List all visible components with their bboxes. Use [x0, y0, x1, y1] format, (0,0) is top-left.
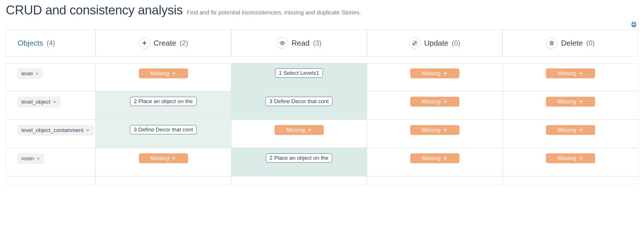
missing-button-label: Missing — [557, 70, 576, 77]
crud-cell-delete: Missing — [503, 120, 638, 148]
plus-icon — [443, 99, 448, 104]
missing-button-label: Missing — [557, 127, 576, 133]
object-chip[interactable]: level_object — [18, 97, 60, 107]
svg-rect-6 — [413, 41, 417, 45]
plus-icon — [579, 71, 583, 76]
missing-button[interactable]: Missing — [410, 68, 459, 78]
object-cell: room — [6, 148, 95, 176]
plus-icon — [172, 156, 176, 161]
page-subtitle: Find and fix potential inconsistencies, … — [187, 9, 361, 16]
crud-cell-update: Missing — [367, 91, 503, 120]
missing-button-label: Missing — [422, 70, 440, 77]
plus-icon — [579, 99, 583, 104]
crud-cell-update: Missing — [367, 120, 503, 148]
column-header-label: Read — [292, 39, 310, 48]
crud-cell-update: Missing — [367, 148, 503, 176]
missing-button[interactable]: Missing — [410, 97, 459, 107]
column-header-delete[interactable]: Delete (0) — [503, 29, 638, 57]
crud-cell-update: Missing — [367, 63, 503, 91]
crud-cell-create: Missing — [95, 63, 231, 91]
column-header-objects[interactable]: Objects (4) — [6, 29, 95, 57]
missing-button-label: Missing — [150, 155, 169, 161]
object-cell: level — [6, 63, 95, 91]
crud-cell-read: Missing — [231, 120, 367, 148]
crud-cell-read: 1 Select Levels1 — [231, 63, 367, 91]
column-header-label: Objects — [18, 39, 43, 48]
crud-cell-delete: Missing — [503, 91, 638, 120]
missing-button[interactable]: Missing — [410, 153, 459, 163]
missing-button[interactable]: Missing — [546, 153, 595, 163]
crud-cell-delete: Missing — [503, 63, 638, 91]
column-header-label: Update — [424, 39, 448, 48]
page-header: CRUD and consistency analysis Find and f… — [6, 0, 638, 21]
missing-button-label: Missing — [422, 127, 440, 133]
story-pill[interactable]: 3 Define Decor that cont — [266, 97, 332, 106]
missing-button-label: Missing — [557, 155, 576, 161]
missing-button-label: Missing — [422, 155, 440, 161]
column-header-count: (4) — [47, 39, 55, 47]
object-chip[interactable]: level_object_containment — [18, 125, 93, 135]
plus-icon — [307, 128, 312, 132]
column-header-count: (3) — [313, 39, 321, 47]
crud-cell-read: 2 Place an object on the — [231, 148, 367, 176]
object-chip[interactable]: room — [18, 153, 44, 164]
page-title: CRUD and consistency analysis — [6, 3, 183, 17]
column-header-update[interactable]: Update (0) — [367, 29, 503, 57]
crud-cell-delete: Missing — [503, 148, 638, 176]
plus-icon — [443, 156, 448, 161]
missing-button-label: Missing — [557, 98, 576, 105]
crud-cell-create: 3 Define Decor that cont — [95, 120, 231, 148]
missing-button[interactable]: Missing — [546, 68, 595, 78]
object-chip-label: level_object — [21, 99, 50, 105]
plus-icon — [172, 71, 176, 76]
plus-icon — [443, 71, 448, 76]
object-cell: level_object_containment — [6, 120, 95, 148]
story-pill[interactable]: 2 Place an object on the — [130, 97, 197, 106]
object-chip-label: room — [21, 155, 34, 162]
story-pill[interactable]: 3 Define Decor that cont — [130, 125, 197, 134]
plus-icon — [443, 128, 448, 132]
plus-icon — [579, 128, 583, 132]
object-chip[interactable]: level — [18, 68, 43, 79]
missing-button-label: Missing — [150, 70, 169, 77]
chevron-down-icon — [35, 72, 39, 76]
crud-grid: Objects (4) Create (2) Read (3) Update (… — [6, 29, 638, 184]
chevron-down-icon — [53, 100, 57, 104]
svg-point-5 — [281, 42, 283, 44]
object-chip-label: level_object_containment — [21, 127, 83, 133]
column-header-count: (0) — [452, 39, 460, 47]
chevron-down-icon — [36, 157, 40, 161]
plus-icon — [579, 156, 583, 161]
column-header-create[interactable]: Create (2) — [95, 29, 231, 57]
print-icon — [631, 21, 637, 28]
print-button[interactable] — [631, 21, 637, 28]
crud-cell-read: 3 Define Decor that cont — [231, 91, 367, 120]
trash-icon — [546, 37, 557, 49]
crud-cell-create: Missing — [95, 148, 231, 176]
edit-icon — [409, 37, 421, 49]
missing-button[interactable]: Missing — [546, 97, 595, 107]
column-header-read[interactable]: Read (3) — [231, 29, 367, 57]
plus-icon — [139, 37, 150, 49]
object-chip-label: level — [21, 70, 33, 77]
crud-cell-create: 2 Place an object on the — [95, 91, 231, 120]
missing-button-label: Missing — [422, 98, 440, 105]
story-pill[interactable]: 1 Select Levels1 — [275, 68, 323, 78]
missing-button-label: Missing — [286, 127, 305, 133]
column-header-count: (2) — [180, 39, 188, 47]
missing-button[interactable]: Missing — [139, 153, 188, 163]
missing-button[interactable]: Missing — [139, 68, 188, 78]
eye-icon — [277, 37, 288, 49]
column-header-count: (0) — [586, 39, 595, 47]
chevron-down-icon — [86, 128, 90, 132]
story-pill[interactable]: 2 Place an object on the — [266, 153, 332, 163]
object-cell: level_object — [6, 91, 95, 120]
missing-button[interactable]: Missing — [410, 125, 459, 135]
column-header-label: Create — [154, 39, 176, 48]
column-header-label: Delete — [561, 39, 583, 48]
missing-button[interactable]: Missing — [546, 125, 595, 135]
missing-button[interactable]: Missing — [275, 125, 324, 135]
